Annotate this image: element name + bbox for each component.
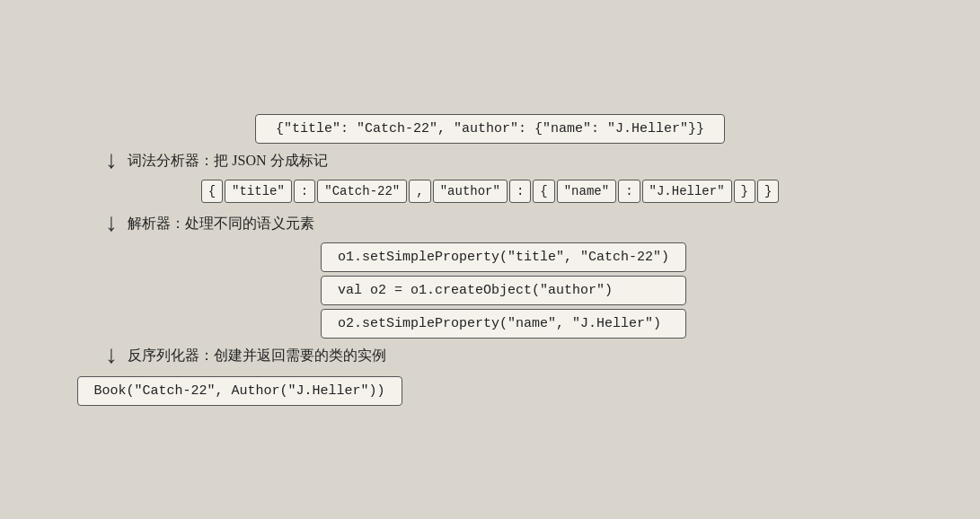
main-container: {"title": "Catch-22", "author": {"name":…	[50, 98, 931, 422]
tokens-row: {"title":"Catch-22","author":{"name":"J.…	[201, 180, 780, 203]
token-item: }	[734, 180, 755, 203]
token-item: "author"	[433, 180, 508, 203]
token-item: "J.Heller"	[642, 180, 732, 203]
step3-label: 反序列化器：创建并返回需要的类的实例	[128, 347, 386, 365]
token-item: :	[509, 180, 531, 203]
step2-label: 解析器：处理不同的语义元素	[128, 215, 314, 233]
result-box: Book("Catch-22", Author("J.Heller"))	[77, 376, 402, 406]
token-item: {	[533, 180, 554, 203]
code-line-0: o1.setSimpleProperty("title", "Catch-22"…	[321, 242, 686, 272]
token-item: ,	[409, 180, 430, 203]
json-input-box: {"title": "Catch-22", "author": {"name":…	[255, 114, 725, 144]
token-item: }	[757, 180, 779, 203]
code-lines-container: o1.setSimpleProperty("title", "Catch-22"…	[294, 239, 686, 339]
step2-row: ↓ 解析器：处理不同的语义元素	[104, 212, 315, 237]
step3-row: ↓ 反序列化器：创建并返回需要的类的实例	[104, 344, 387, 369]
token-item: {	[201, 180, 223, 203]
token-item: :	[294, 180, 315, 203]
code-line-2: o2.setSimpleProperty("name", "J.Heller")	[321, 309, 686, 339]
arrow-3: ↓	[104, 344, 119, 369]
token-item: :	[618, 180, 640, 203]
step1-row: ↓ 词法分析器：把 JSON 分成标记	[104, 149, 328, 174]
arrow-1: ↓	[104, 149, 119, 174]
code-line-1: val o2 = o1.createObject("author")	[321, 276, 686, 305]
step1-label: 词法分析器：把 JSON 分成标记	[128, 152, 327, 171]
arrow-2: ↓	[104, 212, 119, 237]
token-item: "title"	[225, 180, 292, 203]
token-item: "name"	[557, 180, 616, 203]
token-item: "Catch-22"	[317, 180, 407, 203]
